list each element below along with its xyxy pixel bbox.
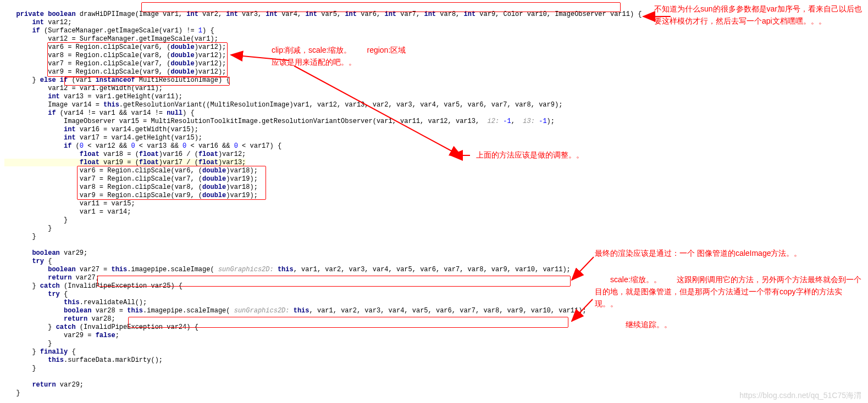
t: , (511, 117, 519, 125)
t: var29; (60, 249, 87, 257)
kw: return (4, 315, 87, 323)
t: .imagepipe.scaleImage( (127, 266, 214, 273)
t: } (4, 225, 52, 232)
kw: int (4, 134, 76, 142)
t: < var13 && (135, 142, 183, 150)
param-hint: i2: (483, 117, 503, 125)
kw: return (4, 381, 56, 389)
t: )var12); (195, 68, 226, 76)
t: , var1, var2, var3, var4, var5, var6, va… (309, 307, 587, 315)
t: } (4, 282, 40, 290)
t: )var19); (226, 175, 258, 183)
kw: double (202, 192, 226, 199)
param-hint: sunGraphics2D: (214, 266, 278, 273)
t: var5, (317, 10, 345, 18)
t: var28 = (91, 307, 127, 315)
t: var16 = var14.getWidth(var15); (76, 126, 198, 133)
t: var8 = Region.clipScale(var8, ( (4, 52, 170, 59)
kw: catch (56, 323, 76, 331)
t: var28; (87, 315, 115, 323)
param-hint: sunGraphics2D: (230, 307, 294, 315)
t: )var19); (226, 192, 258, 199)
kw: int (4, 19, 44, 26)
t: MultiResolutionImage) { (135, 76, 230, 84)
t: , var1, var2, var3, var4, var5, var6, va… (294, 266, 571, 273)
kw: boolean (4, 266, 76, 273)
t: )var16 / ( (159, 150, 198, 158)
t: } (4, 348, 40, 356)
kw: instanceof (96, 76, 135, 84)
t: var9 = Region.clipScale(var9, ( (4, 192, 202, 199)
annotation-clip: clip:削减，scale:缩放。 region:区域 应该是用来适配的吧。。 (272, 44, 508, 68)
t: var8, (436, 10, 463, 18)
t: } (4, 323, 56, 331)
t: )var17 / ( (159, 159, 198, 166)
kw: this (127, 307, 143, 315)
t: } (4, 340, 52, 348)
t: var8 = Region.clipScale(var8, ( (4, 183, 202, 191)
t: var12; (44, 19, 71, 26)
kw: double (170, 43, 194, 51)
kw: double (202, 183, 226, 191)
t: )var12); (195, 60, 226, 68)
kw: false (96, 332, 115, 339)
t: .surfaceData.markDirty(); (64, 356, 163, 364)
t: var6 = Region.clipScale(var6, ( (4, 43, 170, 51)
t: var17 = var14.getHeight(var15); (76, 134, 202, 142)
t: ) { (202, 27, 214, 35)
kw: float (198, 150, 218, 158)
kw: null (167, 109, 183, 117)
kw: int (424, 10, 436, 18)
param-hint: i3: (519, 117, 539, 125)
t: ); (547, 117, 555, 125)
t: } (4, 365, 36, 372)
kw: if (4, 142, 71, 150)
t: var6, (357, 10, 384, 18)
t: var12 = var1.getWidth(var11); (4, 85, 163, 92)
t: (InvalidPipeException var24) { (76, 323, 198, 331)
t: ; (115, 332, 119, 339)
kw: boolean (4, 249, 60, 257)
kw: float (139, 150, 159, 158)
kw: int (464, 10, 476, 18)
num: 0 (234, 142, 238, 150)
annotation-pipe-1: 最终的渲染应该是通过：一个 图像管道的caleImage方法。。 (595, 247, 864, 259)
t: var29 = (4, 332, 96, 339)
kw: float (4, 159, 99, 166)
kw: this (294, 307, 309, 315)
kw: int (4, 93, 60, 100)
num: -1 (539, 117, 546, 125)
method-name: drawHiDPIImage (80, 10, 135, 18)
annotation-params: 不知道为什么sun的很多参数都是var加序号，看来自己以后也要这样模仿才行，然后… (654, 3, 863, 27)
t: var9 = Region.clipScale(var9, ( (4, 68, 170, 76)
kw: if (4, 27, 40, 35)
t: ( (71, 142, 79, 150)
kw: this (4, 356, 64, 364)
t: )var12); (195, 52, 226, 59)
t: } (4, 389, 20, 397)
kw: int (345, 10, 357, 18)
t: { (60, 290, 68, 298)
kw: this (111, 266, 127, 273)
t: < var17) { (238, 142, 281, 150)
num: 0 (131, 142, 135, 150)
t: )var12); (195, 43, 226, 51)
editor-viewport: private boolean drawHiDPIImage(Image var… (0, 0, 868, 403)
t: .imagepipe.scaleImage( (143, 307, 230, 315)
kw: else if (40, 76, 68, 84)
kw: try (4, 290, 60, 298)
t: var7, (396, 10, 424, 18)
t: var18 = ( (99, 150, 139, 158)
kw: boolean (4, 307, 91, 315)
num: 1 (198, 27, 202, 35)
kw: double (202, 167, 226, 175)
t: )var18); (226, 183, 258, 191)
num: -1 (503, 117, 511, 125)
kw: double (202, 175, 226, 183)
t: (InvalidPipeException var25) { (60, 282, 183, 290)
kw: float (198, 159, 218, 166)
kw: if (4, 109, 56, 117)
num: 0 (80, 142, 84, 150)
kw: float (4, 150, 99, 158)
annotation-adjust: 上面的方法应该是做的调整。。 (476, 149, 584, 161)
